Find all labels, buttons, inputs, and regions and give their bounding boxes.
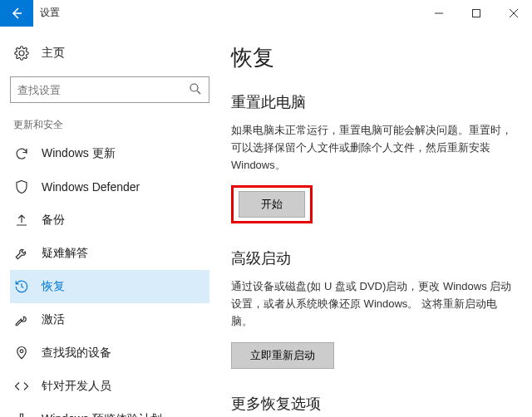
sidebar-item-developers[interactable]: 针对开发人员	[10, 370, 209, 403]
sidebar-item-defender[interactable]: Windows Defender	[10, 170, 209, 204]
maximize-button[interactable]	[457, 0, 495, 27]
search-box	[10, 76, 209, 103]
flask-icon	[13, 412, 30, 417]
section-body: 如果电脑未正常运行，重置电脑可能会解决问题。重置时，可以选择保留个人文件或删除个…	[231, 122, 514, 174]
search-icon	[188, 81, 203, 96]
sidebar-section-title: 更新和安全	[13, 118, 209, 132]
wrench-icon	[13, 246, 30, 261]
sidebar-item-label: 激活	[42, 312, 65, 327]
sidebar-item-windows-update[interactable]: Windows 更新	[10, 137, 209, 170]
sidebar-item-label: 查找我的设备	[42, 346, 111, 361]
sidebar-item-activation[interactable]: 激活	[10, 303, 209, 336]
gear-icon	[13, 46, 30, 61]
home-link[interactable]: 主页	[10, 37, 209, 70]
page-title: 恢复	[231, 43, 514, 72]
section-heading: 重置此电脑	[231, 92, 514, 112]
svg-rect-2	[472, 9, 480, 17]
code-icon	[13, 379, 30, 394]
sidebar-item-recovery[interactable]: 恢复	[10, 270, 209, 303]
close-button[interactable]	[495, 0, 532, 27]
section-reset: 重置此电脑 如果电脑未正常运行，重置电脑可能会解决问题。重置时，可以选择保留个人…	[231, 92, 514, 223]
sidebar-item-label: Windows Defender	[42, 180, 140, 194]
minimize-icon	[435, 9, 443, 17]
section-advanced-startup: 高级启动 通过设备或磁盘(如 U 盘或 DVD)启动，更改 Windows 启动…	[231, 248, 514, 368]
arrow-left-icon	[10, 7, 23, 20]
window-controls	[420, 0, 532, 27]
sidebar-item-backup[interactable]: 备份	[10, 204, 209, 237]
maximize-icon	[472, 9, 480, 17]
shield-icon	[13, 179, 30, 194]
key-icon	[13, 312, 30, 327]
sidebar: 主页 更新和安全 Windows 更新 Windows Defender	[0, 27, 219, 417]
svg-line-6	[197, 91, 200, 94]
upload-icon	[13, 213, 30, 228]
location-icon	[13, 346, 30, 361]
sidebar-item-label: Windows 更新	[42, 146, 116, 161]
close-icon	[510, 9, 518, 17]
sidebar-item-label: 恢复	[42, 279, 65, 294]
sync-icon	[13, 146, 30, 161]
section-body: 通过设备或磁盘(如 U 盘或 DVD)启动，更改 Windows 启动设置，或者…	[231, 278, 514, 330]
titlebar: 设置	[0, 0, 532, 27]
sidebar-item-label: 疑难解答	[42, 246, 88, 261]
sidebar-item-label: 针对开发人员	[42, 379, 111, 394]
section-heading: 更多恢复选项	[231, 394, 514, 414]
section-more-options: 更多恢复选项 了解如何进行 Windows 的全新安装以便开始全新的体验	[231, 394, 514, 417]
back-button[interactable]	[0, 0, 33, 27]
sidebar-item-troubleshoot[interactable]: 疑难解答	[10, 237, 209, 270]
home-label: 主页	[42, 46, 65, 61]
sidebar-item-label: Windows 预览体验计划	[42, 412, 162, 417]
search-input[interactable]	[10, 76, 209, 103]
sidebar-item-find-device[interactable]: 查找我的设备	[10, 336, 209, 370]
callout-highlight: 开始	[231, 185, 313, 223]
sidebar-item-insider[interactable]: Windows 预览体验计划	[10, 403, 209, 417]
sidebar-item-label: 备份	[42, 213, 65, 228]
reset-start-button[interactable]: 开始	[239, 191, 305, 218]
main-content: 恢复 重置此电脑 如果电脑未正常运行，重置电脑可能会解决问题。重置时，可以选择保…	[219, 27, 532, 417]
history-icon	[13, 279, 30, 294]
svg-point-5	[190, 84, 198, 91]
minimize-button[interactable]	[420, 0, 457, 27]
restart-now-button[interactable]: 立即重新启动	[231, 342, 334, 369]
section-heading: 高级启动	[231, 248, 514, 268]
window-title: 设置	[33, 6, 420, 20]
svg-point-7	[20, 350, 23, 353]
